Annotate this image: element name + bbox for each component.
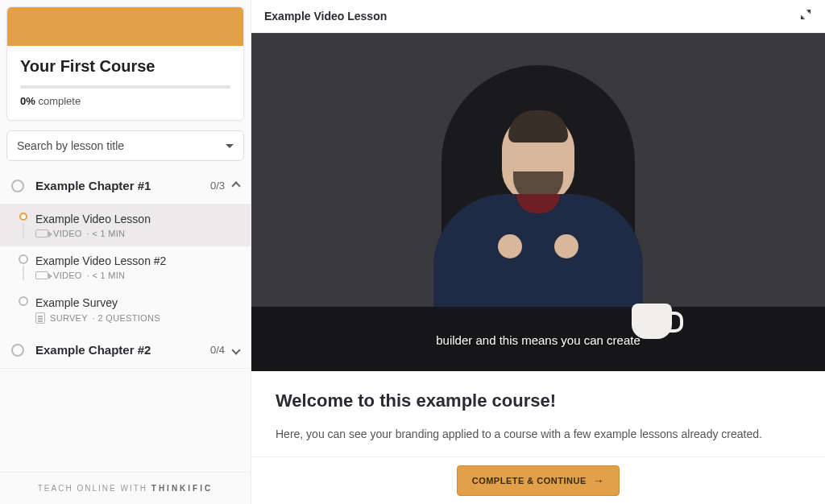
video-player[interactable]: builder and this means you can create xyxy=(251,33,825,371)
app-root: Your First Course 0% complete Search by … xyxy=(0,0,825,504)
video-still xyxy=(251,33,825,371)
chevron-down-icon xyxy=(231,345,240,354)
lesson-marker-column xyxy=(11,254,35,280)
chapter-header[interactable]: Example Chapter #1 0/3 xyxy=(0,167,251,204)
footer-prefix: TEACH ONLINE WITH xyxy=(38,484,151,493)
content-heading: Welcome to this example course! xyxy=(276,390,801,411)
video-icon xyxy=(35,271,48,279)
lesson-type: VIDEO xyxy=(53,271,82,280)
lesson-item[interactable]: Example Video Lesson VIDEO · < 1 MIN xyxy=(0,204,251,246)
lesson-duration: · 2 QUESTIONS xyxy=(93,313,160,323)
torso-shape xyxy=(433,194,643,315)
hand-shape xyxy=(498,234,522,258)
search-placeholder: Search by lesson title xyxy=(17,139,124,152)
lesson-duration: · < 1 MIN xyxy=(87,229,126,238)
lesson-meta: VIDEO · < 1 MIN xyxy=(35,271,239,280)
lesson-header-title: Example Video Lesson xyxy=(264,10,387,23)
complete-continue-button[interactable]: COMPLETE & CONTINUE → xyxy=(457,465,620,496)
lesson-header: Example Video Lesson xyxy=(251,0,825,33)
lesson-type: VIDEO xyxy=(53,229,82,238)
lesson-meta: SURVEY · 2 QUESTIONS xyxy=(35,312,239,324)
hand-shape xyxy=(554,234,578,258)
lesson-title: Example Video Lesson xyxy=(35,213,239,225)
content-paragraph: Here, you can see your branding applied … xyxy=(276,426,801,443)
person-shape xyxy=(433,114,643,315)
course-banner xyxy=(7,7,243,46)
lesson-marker-icon xyxy=(19,254,28,264)
progress-circle-icon xyxy=(11,180,24,192)
arrow-right-icon: → xyxy=(593,474,605,487)
progress-label: complete xyxy=(38,95,81,107)
search-dropdown[interactable]: Search by lesson title xyxy=(6,130,244,161)
lesson-marker-icon xyxy=(19,213,27,221)
lesson-item[interactable]: Example Video Lesson #2 VIDEO · < 1 MIN xyxy=(0,246,251,288)
lesson-connector xyxy=(23,266,24,280)
bottom-action-bar: COMPLETE & CONTINUE → xyxy=(251,456,825,504)
lesson-viewer: Example Video Lesson xyxy=(251,0,825,504)
course-title: Your First Course xyxy=(20,57,230,76)
lesson-body: Example Video Lesson #2 VIDEO · < 1 MIN xyxy=(35,254,239,280)
lesson-title: Example Video Lesson #2 xyxy=(35,254,239,267)
course-card: Your First Course 0% complete xyxy=(6,6,244,121)
progress-text: 0% complete xyxy=(20,95,230,107)
lesson-connector xyxy=(23,222,24,238)
cta-label: COMPLETE & CONTINUE xyxy=(472,476,587,485)
chapter-title: Example Chapter #1 xyxy=(35,179,210,192)
chevron-up-icon xyxy=(231,181,240,190)
course-sidebar: Your First Course 0% complete Search by … xyxy=(0,0,251,504)
video-caption: builder and this means you can create xyxy=(436,333,640,347)
lesson-marker-icon xyxy=(19,296,28,306)
collar-shape xyxy=(516,194,560,213)
lesson-type: SURVEY xyxy=(50,313,88,323)
survey-icon xyxy=(35,312,45,324)
chapter-list: Example Chapter #1 0/3 Example Video Les… xyxy=(0,167,251,472)
lesson-title: Example Survey xyxy=(35,296,239,309)
expand-button[interactable] xyxy=(799,8,812,24)
hair-shape xyxy=(508,110,568,143)
progress-percent: 0% xyxy=(20,95,35,107)
footer-brand: THINKIFIC xyxy=(151,484,213,493)
lesson-body: Example Survey SURVEY · 2 QUESTIONS xyxy=(35,296,239,324)
chapter-title: Example Chapter #2 xyxy=(35,343,210,357)
lesson-item[interactable]: Example Survey SURVEY · 2 QUESTIONS xyxy=(0,288,251,332)
lesson-marker-column xyxy=(11,296,35,324)
lesson-marker-column xyxy=(11,213,35,238)
course-card-body: Your First Course 0% complete xyxy=(7,46,243,120)
caret-down-icon xyxy=(226,144,234,148)
chapter-count: 0/4 xyxy=(210,344,225,356)
lesson-body: Example Video Lesson VIDEO · < 1 MIN xyxy=(35,213,239,238)
sidebar-footer[interactable]: TEACH ONLINE WITH THINKIFIC xyxy=(0,472,251,504)
video-icon xyxy=(35,229,48,238)
expand-icon xyxy=(799,8,812,21)
progress-circle-icon xyxy=(11,344,24,357)
progress-bar xyxy=(20,85,230,89)
chapter-count: 0/3 xyxy=(210,180,225,192)
lesson-meta: VIDEO · < 1 MIN xyxy=(35,229,239,238)
lesson-duration: · < 1 MIN xyxy=(87,271,126,280)
head-shape xyxy=(502,114,574,202)
chapter-header[interactable]: Example Chapter #2 0/4 xyxy=(0,332,251,369)
